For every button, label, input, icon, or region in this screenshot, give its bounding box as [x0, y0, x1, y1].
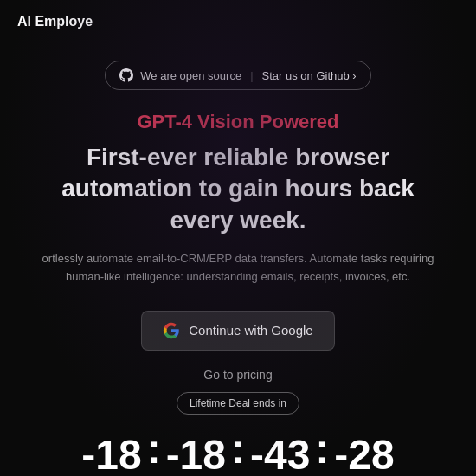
- countdown-seconds: -28: [334, 434, 394, 476]
- header: AI Employe: [0, 0, 476, 43]
- countdown-days: -18: [81, 434, 141, 476]
- pricing-link[interactable]: Go to pricing: [203, 368, 272, 382]
- headline: First-ever reliable browser automation t…: [30, 142, 446, 236]
- gpt-label: GPT-4 Vision Powered: [137, 111, 338, 133]
- github-icon: [119, 68, 133, 82]
- countdown-container: -18 : -18 : -43 : -28: [81, 428, 394, 476]
- seconds-value: -28: [334, 434, 394, 476]
- minutes-value: -43: [250, 434, 310, 476]
- google-signin-button[interactable]: Continue with Google: [141, 311, 334, 351]
- separator-1: :: [142, 428, 166, 470]
- google-icon: [163, 322, 180, 339]
- google-btn-label: Continue with Google: [189, 323, 312, 338]
- logo: AI Employe: [17, 14, 93, 29]
- days-value: -18: [81, 434, 141, 476]
- lifetime-badge-text: Lifetime Deal ends in: [190, 397, 286, 409]
- countdown-hours: -18: [166, 434, 226, 476]
- lifetime-deal-badge: Lifetime Deal ends in: [177, 392, 299, 415]
- badge-divider: |: [250, 69, 253, 82]
- subtext: ortlessly automate email-to-CRM/ERP data…: [22, 250, 454, 286]
- open-source-text: We are open source: [140, 69, 241, 82]
- github-badge[interactable]: We are open source | Star us on Github ›: [105, 61, 370, 90]
- hours-value: -18: [166, 434, 226, 476]
- main-content: We are open source | Star us on Github ›…: [0, 43, 476, 476]
- star-link[interactable]: Star us on Github ›: [262, 69, 357, 82]
- countdown-minutes: -43: [250, 434, 310, 476]
- separator-2: :: [226, 428, 250, 470]
- separator-3: :: [310, 428, 334, 470]
